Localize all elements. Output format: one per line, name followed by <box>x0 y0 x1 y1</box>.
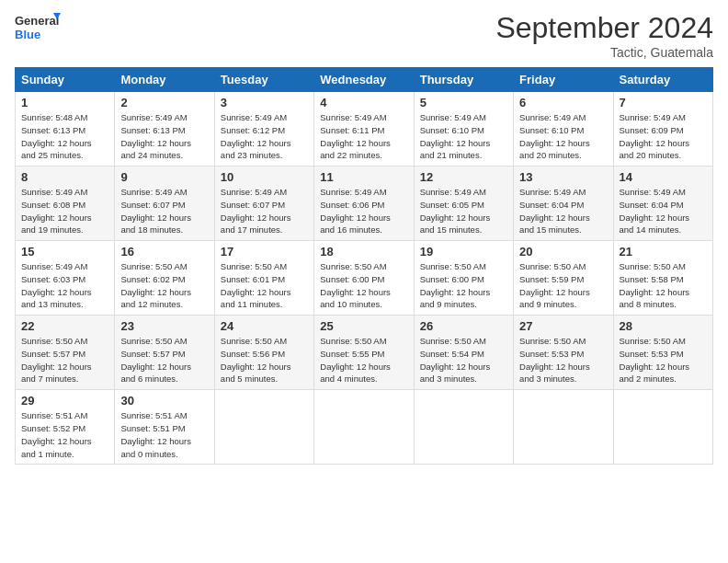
cell-2-4: 19Sunrise: 5:50 AMSunset: 6:00 PMDayligh… <box>414 241 513 316</box>
cell-0-5: 6Sunrise: 5:49 AMSunset: 6:10 PMDaylight… <box>514 92 613 167</box>
day-info: Sunrise: 5:49 AMSunset: 6:07 PMDaylight:… <box>120 186 208 236</box>
calendar-header: SundayMondayTuesdayWednesdayThursdayFrid… <box>16 68 713 92</box>
day-info: Sunrise: 5:50 AMSunset: 5:54 PMDaylight:… <box>420 335 507 385</box>
cell-2-1: 16Sunrise: 5:50 AMSunset: 6:02 PMDayligh… <box>115 241 214 316</box>
day-number: 12 <box>420 170 507 184</box>
day-info: Sunrise: 5:50 AMSunset: 5:55 PMDaylight:… <box>320 335 407 385</box>
day-number: 13 <box>519 170 607 184</box>
cell-3-6: 28Sunrise: 5:50 AMSunset: 5:53 PMDayligh… <box>613 316 712 390</box>
week-row-2: 8Sunrise: 5:49 AMSunset: 6:08 PMDaylight… <box>16 167 713 241</box>
day-number: 17 <box>221 245 308 259</box>
header-friday: Friday <box>514 68 613 92</box>
day-number: 11 <box>320 170 407 184</box>
header-sunday: Sunday <box>16 68 115 92</box>
cell-2-0: 15Sunrise: 5:49 AMSunset: 6:03 PMDayligh… <box>16 241 115 316</box>
day-number: 4 <box>320 96 407 109</box>
day-number: 22 <box>21 319 108 333</box>
day-info: Sunrise: 5:50 AMSunset: 6:00 PMDaylight:… <box>420 260 507 311</box>
day-number: 27 <box>519 319 607 333</box>
page: General Blue September 2024 Tactic, Guat… <box>0 0 728 563</box>
cell-4-0: 29Sunrise: 5:51 AMSunset: 5:52 PMDayligh… <box>16 390 115 465</box>
svg-text:General: General <box>15 14 59 28</box>
day-info: Sunrise: 5:50 AMSunset: 5:57 PMDaylight:… <box>21 335 108 385</box>
day-info: Sunrise: 5:49 AMSunset: 6:03 PMDaylight:… <box>21 260 108 311</box>
cell-1-6: 14Sunrise: 5:49 AMSunset: 6:04 PMDayligh… <box>613 167 712 241</box>
cell-1-5: 13Sunrise: 5:49 AMSunset: 6:04 PMDayligh… <box>514 167 613 241</box>
cell-3-3: 25Sunrise: 5:50 AMSunset: 5:55 PMDayligh… <box>314 316 414 390</box>
cell-1-4: 12Sunrise: 5:49 AMSunset: 6:05 PMDayligh… <box>414 167 513 241</box>
day-info: Sunrise: 5:50 AMSunset: 6:01 PMDaylight:… <box>221 260 308 311</box>
week-row-5: 29Sunrise: 5:51 AMSunset: 5:52 PMDayligh… <box>16 390 713 465</box>
header-monday: Monday <box>115 68 214 92</box>
header-wednesday: Wednesday <box>314 68 414 92</box>
week-row-3: 15Sunrise: 5:49 AMSunset: 6:03 PMDayligh… <box>16 241 713 316</box>
day-info: Sunrise: 5:51 AMSunset: 5:52 PMDaylight:… <box>21 409 108 460</box>
cell-3-5: 27Sunrise: 5:50 AMSunset: 5:53 PMDayligh… <box>514 316 613 390</box>
header-tuesday: Tuesday <box>214 68 313 92</box>
day-number: 25 <box>320 319 407 333</box>
day-info: Sunrise: 5:49 AMSunset: 6:04 PMDaylight:… <box>519 186 607 236</box>
cell-1-2: 10Sunrise: 5:49 AMSunset: 6:07 PMDayligh… <box>214 167 313 241</box>
day-number: 3 <box>221 96 308 109</box>
day-info: Sunrise: 5:49 AMSunset: 6:05 PMDaylight:… <box>420 186 507 236</box>
cell-0-4: 5Sunrise: 5:49 AMSunset: 6:10 PMDaylight… <box>414 92 513 167</box>
day-info: Sunrise: 5:51 AMSunset: 5:51 PMDaylight:… <box>120 409 208 460</box>
day-number: 21 <box>620 245 707 259</box>
cell-4-6 <box>613 390 712 465</box>
day-info: Sunrise: 5:49 AMSunset: 6:11 PMDaylight:… <box>320 111 407 162</box>
day-number: 6 <box>519 96 607 109</box>
logo-svg: General Blue <box>15 11 61 44</box>
day-number: 19 <box>420 245 507 259</box>
cell-4-2 <box>214 390 313 465</box>
cell-3-1: 23Sunrise: 5:50 AMSunset: 5:57 PMDayligh… <box>115 316 214 390</box>
day-info: Sunrise: 5:50 AMSunset: 5:58 PMDaylight:… <box>620 260 707 311</box>
day-number: 26 <box>420 319 507 333</box>
day-info: Sunrise: 5:49 AMSunset: 6:07 PMDaylight:… <box>221 186 308 236</box>
day-number: 10 <box>221 170 308 184</box>
cell-0-6: 7Sunrise: 5:49 AMSunset: 6:09 PMDaylight… <box>613 92 712 167</box>
day-number: 30 <box>120 394 208 408</box>
cell-0-1: 2Sunrise: 5:49 AMSunset: 6:13 PMDaylight… <box>115 92 214 167</box>
day-info: Sunrise: 5:50 AMSunset: 5:59 PMDaylight:… <box>519 260 607 311</box>
day-info: Sunrise: 5:50 AMSunset: 6:02 PMDaylight:… <box>120 260 208 311</box>
day-info: Sunrise: 5:50 AMSunset: 5:57 PMDaylight:… <box>120 335 208 385</box>
svg-text:Blue: Blue <box>15 28 40 41</box>
cell-2-2: 17Sunrise: 5:50 AMSunset: 6:01 PMDayligh… <box>214 241 313 316</box>
cell-3-0: 22Sunrise: 5:50 AMSunset: 5:57 PMDayligh… <box>16 316 115 390</box>
cell-4-5 <box>514 390 613 465</box>
header-thursday: Thursday <box>414 68 513 92</box>
day-number: 28 <box>620 319 707 333</box>
day-number: 7 <box>620 96 707 109</box>
day-number: 24 <box>221 319 308 333</box>
day-info: Sunrise: 5:50 AMSunset: 5:56 PMDaylight:… <box>221 335 308 385</box>
day-number: 5 <box>420 96 507 109</box>
cell-4-3 <box>314 390 414 465</box>
cell-3-2: 24Sunrise: 5:50 AMSunset: 5:56 PMDayligh… <box>214 316 313 390</box>
day-number: 14 <box>620 170 707 184</box>
day-number: 15 <box>21 245 108 259</box>
location: Tactic, Guatemala <box>495 45 713 60</box>
logo: General Blue <box>15 11 61 44</box>
cell-2-5: 20Sunrise: 5:50 AMSunset: 5:59 PMDayligh… <box>514 241 613 316</box>
cell-2-3: 18Sunrise: 5:50 AMSunset: 6:00 PMDayligh… <box>314 241 414 316</box>
day-number: 20 <box>519 245 607 259</box>
day-info: Sunrise: 5:49 AMSunset: 6:08 PMDaylight:… <box>21 186 108 236</box>
cell-0-3: 4Sunrise: 5:49 AMSunset: 6:11 PMDaylight… <box>314 92 414 167</box>
month-title: September 2024 <box>495 11 713 45</box>
cell-1-0: 8Sunrise: 5:49 AMSunset: 6:08 PMDaylight… <box>16 167 115 241</box>
day-number: 29 <box>21 394 108 408</box>
day-info: Sunrise: 5:49 AMSunset: 6:04 PMDaylight:… <box>620 186 707 236</box>
day-info: Sunrise: 5:49 AMSunset: 6:12 PMDaylight:… <box>221 111 308 162</box>
cell-2-6: 21Sunrise: 5:50 AMSunset: 5:58 PMDayligh… <box>613 241 712 316</box>
week-row-4: 22Sunrise: 5:50 AMSunset: 5:57 PMDayligh… <box>16 316 713 390</box>
day-number: 8 <box>21 170 108 184</box>
day-info: Sunrise: 5:49 AMSunset: 6:10 PMDaylight:… <box>519 111 607 162</box>
day-info: Sunrise: 5:49 AMSunset: 6:06 PMDaylight:… <box>320 186 407 236</box>
day-info: Sunrise: 5:48 AMSunset: 6:13 PMDaylight:… <box>21 111 108 162</box>
day-info: Sunrise: 5:49 AMSunset: 6:09 PMDaylight:… <box>620 111 707 162</box>
cell-4-4 <box>414 390 513 465</box>
day-info: Sunrise: 5:50 AMSunset: 6:00 PMDaylight:… <box>320 260 407 311</box>
cell-4-1: 30Sunrise: 5:51 AMSunset: 5:51 PMDayligh… <box>115 390 214 465</box>
day-info: Sunrise: 5:49 AMSunset: 6:13 PMDaylight:… <box>120 111 208 162</box>
day-number: 2 <box>120 96 208 109</box>
